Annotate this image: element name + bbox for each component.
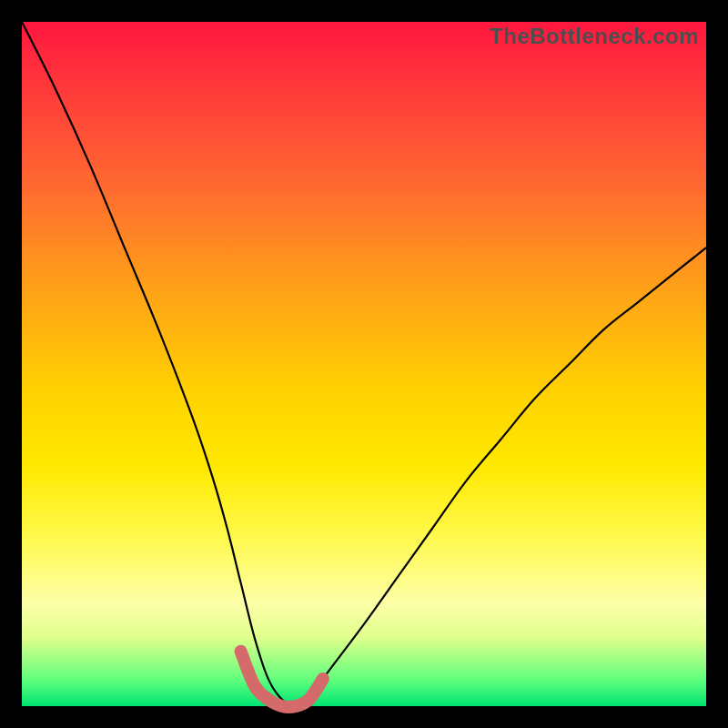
watermark-text: TheBottleneck.com (490, 24, 699, 49)
chart-frame: TheBottleneck.com (0, 0, 728, 728)
bottleneck-curve (22, 22, 706, 706)
chart-svg (22, 22, 706, 706)
